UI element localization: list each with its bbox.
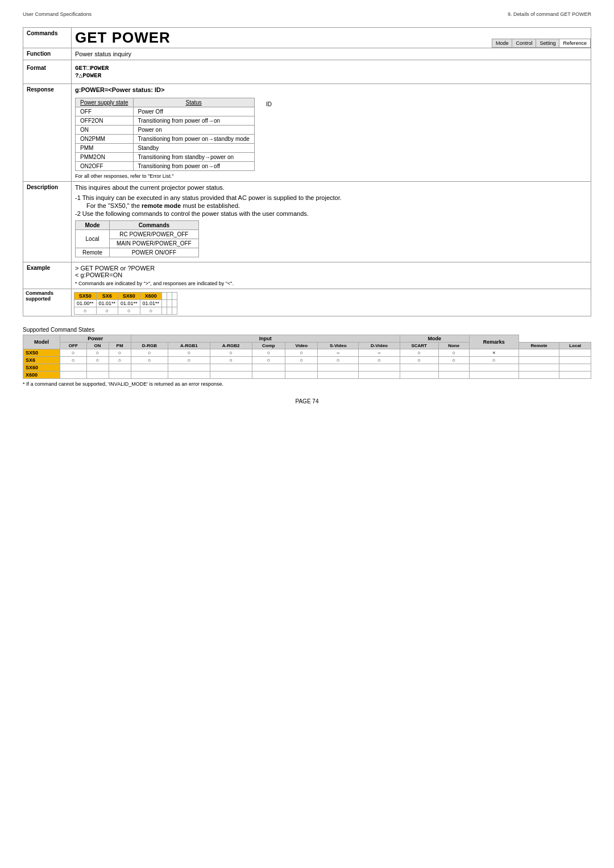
sx50-version: 01.00** — [74, 300, 97, 307]
status-pmm: Standby — [133, 144, 254, 153]
sx6-on: ○ — [86, 357, 109, 364]
example-footnote: * Commands are indicated by ">", and res… — [75, 281, 587, 286]
x600-comp — [252, 372, 285, 379]
sx50-circle: ○ — [74, 307, 97, 315]
command-title-cell: GET POWER — [72, 28, 466, 48]
description-content: This inquires about the current projecto… — [72, 182, 591, 262]
sx60-pm — [109, 364, 131, 372]
sx50-remote: × — [469, 349, 518, 357]
commands-supported-row: Commands supported SX50 SX6 SX60 X600 01… — [23, 289, 591, 316]
empty-v3 — [172, 300, 177, 307]
response-table: Power supply state Status OFF Power Off … — [75, 98, 255, 171]
response-footnote: For all other responses, refer to "Error… — [75, 173, 255, 179]
state-off2on: OFF2ON — [76, 116, 134, 126]
state-pmm2on: PMM2ON — [76, 153, 134, 162]
command-label: Commands — [23, 28, 72, 48]
sx6-video: ○ — [285, 357, 318, 364]
x600-svideo — [318, 372, 359, 379]
col-off: OFF — [60, 343, 86, 349]
page-number: PAGE 74 — [296, 398, 319, 404]
sx6-argb2: ○ — [210, 357, 252, 364]
empty-v2 — [167, 300, 172, 307]
sx50-none: ○ — [438, 349, 469, 357]
sx50-svideo: – — [318, 349, 359, 357]
sx50-drgb: ○ — [131, 349, 168, 357]
state-off: OFF — [76, 107, 134, 116]
col-argb1: A-RGB1 — [168, 343, 210, 349]
response-id: ID — [266, 101, 272, 107]
sx50-argb2: ○ — [210, 349, 252, 357]
col-pm: PM — [109, 343, 131, 349]
x600-on — [86, 372, 109, 379]
col-remarks: Remarks — [469, 335, 518, 349]
response-row-5: PMM Standby — [76, 144, 255, 153]
sx6-drgb: ○ — [131, 357, 168, 364]
x600-dvideo — [359, 372, 400, 379]
sx6-off: ○ — [60, 357, 86, 364]
format-row: Format GET□POWER ?△POWER — [23, 60, 591, 84]
sx6-remarks — [559, 357, 591, 364]
x600-model: X600 — [23, 372, 60, 379]
sx50-remarks — [559, 349, 591, 357]
sx6-argb1: ○ — [168, 357, 210, 364]
status-on2off: Transitioning from power on→off — [133, 162, 254, 171]
sx60-remote — [469, 364, 518, 372]
sx50-model: SX50 — [23, 349, 60, 357]
sx60-model: SX60 — [23, 364, 60, 372]
tab-mode[interactable]: Mode — [492, 39, 513, 48]
header-right: 9. Details of command GET POWER — [508, 11, 591, 17]
example-label: Example — [23, 262, 72, 289]
tab-setting[interactable]: Setting — [536, 39, 559, 48]
tabs-cell: Mode Control Setting Reference — [466, 28, 591, 48]
x600-pm — [109, 372, 131, 379]
x600-circle: ○ — [140, 307, 162, 315]
supported-states-table: Model Power Input Mode Remarks OFF ON PM… — [23, 335, 591, 379]
col-mode-group: Mode — [400, 335, 469, 343]
col-model: Model — [23, 335, 60, 349]
model-sx50: SX50 — [74, 293, 97, 300]
sx6-local — [519, 357, 559, 364]
response-col-status: Status — [133, 98, 254, 107]
page-header: User Command Specifications 9. Details o… — [23, 11, 591, 17]
example-line2: < g:POWER=ON — [75, 272, 587, 278]
col-power-group: Power — [60, 335, 131, 343]
sx60-version: 01.01** — [118, 300, 140, 307]
response-row-7: ON2OFF Transitioning from power on→off — [76, 162, 255, 171]
model-x600: X600 — [140, 293, 162, 300]
empty-col2 — [167, 293, 172, 300]
sx50-video: ○ — [285, 349, 318, 357]
supported-states-section: Supported Command States Model Power Inp… — [23, 327, 591, 387]
sx60-svideo — [318, 364, 359, 372]
inner-cmd-table: SX50 SX6 SX60 X600 01.00** 01.01** 01.01… — [74, 292, 177, 315]
sx6-none: ○ — [438, 357, 469, 364]
state-pmm: PMM — [76, 144, 134, 153]
example-line1: > GET POWER or ?POWER — [75, 265, 587, 272]
sx50-local — [519, 349, 559, 357]
state-on: ON — [76, 126, 134, 135]
description-text1: This inquires about the current projecto… — [75, 184, 587, 191]
x600-version: 01.01** — [140, 300, 162, 307]
sx60-scart — [400, 364, 438, 372]
state-on2pmm: ON2PMM — [76, 135, 134, 144]
sx50-comp: ○ — [252, 349, 285, 357]
sx60-off — [60, 364, 86, 372]
col-svideo: S-Video — [318, 343, 359, 349]
example-content: > GET POWER or ?POWER < g:POWER=ON * Com… — [72, 262, 591, 289]
response-row-6: PMM2ON Transitioning from standby→power … — [76, 153, 255, 162]
tab-reference[interactable]: Reference — [559, 39, 591, 48]
x600-none — [438, 372, 469, 379]
sx60-video — [285, 364, 318, 372]
tab-control[interactable]: Control — [512, 39, 536, 48]
col-video: Video — [285, 343, 318, 349]
header-left: User Command Specifications — [23, 11, 92, 17]
response-title: g:POWER=<Power status: ID> — [75, 86, 587, 93]
sx50-pm: ○ — [109, 349, 131, 357]
response-row-4: ON2PMM Transitioning from power on→stand… — [76, 135, 255, 144]
format-label: Format — [23, 60, 72, 84]
x600-local — [519, 372, 559, 379]
cmd-main-power: MAIN POWER/POWER_OFF — [110, 239, 199, 248]
response-row-2: OFF2ON Transitioning from power off→on — [76, 116, 255, 126]
sx6-scart: ○ — [400, 357, 438, 364]
sx50-data-row: SX50 ○ ○ ○ ○ ○ ○ ○ ○ – – ○ ○ × — [23, 349, 591, 357]
mode-commands-table: Mode Commands Local RC POWER/POWER_OFF M… — [75, 220, 199, 257]
